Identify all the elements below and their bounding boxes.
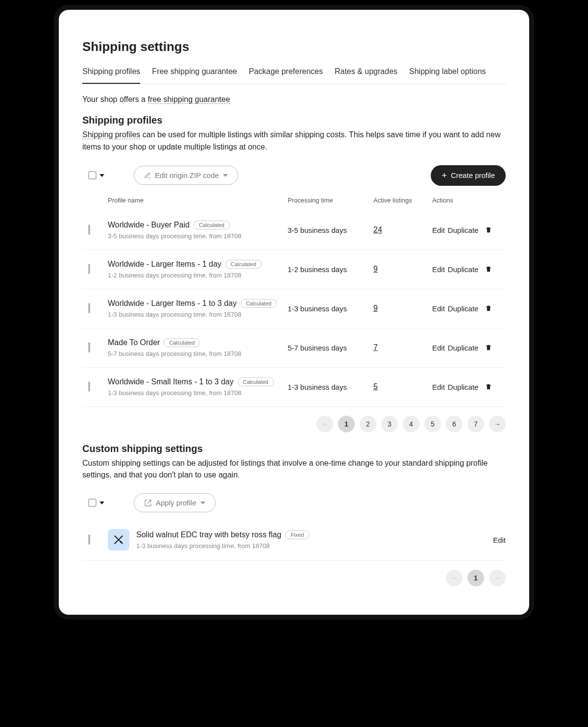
active-listings-link[interactable]: 5 xyxy=(373,382,378,391)
custom-select-all-checkbox[interactable] xyxy=(88,499,97,507)
svg-point-0 xyxy=(120,541,122,543)
duplicate-button[interactable]: Duplicate xyxy=(448,344,479,352)
pager-next[interactable]: → xyxy=(489,416,506,432)
trash-icon[interactable] xyxy=(485,344,492,351)
row-checkbox[interactable] xyxy=(88,342,90,352)
profile-subline: 1-2 business days processing time, from … xyxy=(108,272,288,279)
edit-button[interactable]: Edit xyxy=(432,304,445,313)
free-shipping-notice: Your shop offers a free shipping guarant… xyxy=(82,95,506,104)
duplicate-button[interactable]: Duplicate xyxy=(448,304,479,313)
custom-listing-name: Solid walnut EDC tray with betsy ross fl… xyxy=(136,530,281,539)
tab-shipping-profiles[interactable]: Shipping profiles xyxy=(82,63,140,84)
tab-package-preferences[interactable]: Package preferences xyxy=(249,63,323,84)
row-checkbox[interactable] xyxy=(88,225,90,235)
profile-subline: 5-7 business days processing time, from … xyxy=(108,350,288,357)
plus-icon: + xyxy=(441,171,447,180)
pager-page-1[interactable]: 1 xyxy=(467,570,484,586)
calculated-badge: Calculated xyxy=(225,260,262,269)
calculated-badge: Calculated xyxy=(164,338,200,347)
pager-page-6[interactable]: 6 xyxy=(446,416,463,432)
active-listings-link[interactable]: 9 xyxy=(373,265,378,273)
processing-time: 5-7 business days xyxy=(288,328,373,367)
profile-row: Made To OrderCalculated5-7 business days… xyxy=(82,328,506,367)
edit-zip-label: Edit origin ZIP code xyxy=(155,171,219,179)
profiles-desc-link[interactable]: Shipping profiles xyxy=(82,130,140,139)
edit-button[interactable]: Edit xyxy=(432,383,445,391)
row-checkbox[interactable] xyxy=(88,264,90,274)
profile-name: Worldwide - Buyer Paid xyxy=(108,221,190,229)
pager-page-3[interactable]: 3 xyxy=(381,416,398,432)
chevron-down-icon xyxy=(200,501,205,504)
pager-page-2[interactable]: 2 xyxy=(360,416,376,432)
duplicate-button[interactable]: Duplicate xyxy=(448,226,479,234)
pager-next: → xyxy=(489,570,506,586)
active-listings-link[interactable]: 7 xyxy=(373,343,378,351)
pager-prev: ← xyxy=(317,416,333,432)
col-active-listings: Active listings xyxy=(373,193,432,211)
custom-select-all-caret-icon[interactable] xyxy=(99,501,104,504)
custom-toolbar: Apply profile xyxy=(82,493,506,512)
select-all-checkbox[interactable] xyxy=(88,171,97,179)
apply-profile-label: Apply profile xyxy=(156,499,196,507)
profile-name: Made To Order xyxy=(108,338,160,347)
calculated-badge: Calculated xyxy=(241,299,277,308)
apply-profile-button[interactable]: Apply profile xyxy=(134,493,216,512)
profiles-toolbar: Edit origin ZIP code + Create profile xyxy=(82,165,506,186)
custom-table: Solid walnut EDC tray with betsy ross fl… xyxy=(82,519,506,561)
duplicate-button[interactable]: Duplicate xyxy=(448,265,479,274)
tab-rates-upgrades[interactable]: Rates & upgrades xyxy=(335,63,397,84)
custom-desc: Custom shipping settings can be adjusted… xyxy=(82,457,506,482)
profiles-heading: Shipping profiles xyxy=(82,115,506,126)
active-listings-link[interactable]: 24 xyxy=(373,226,382,234)
custom-row: Solid walnut EDC tray with betsy ross fl… xyxy=(82,519,506,561)
row-checkbox[interactable] xyxy=(88,381,90,392)
trash-icon[interactable] xyxy=(485,304,492,312)
notice-prefix: Your shop offers a xyxy=(82,95,147,103)
row-checkbox[interactable] xyxy=(88,534,90,545)
trash-icon[interactable] xyxy=(485,383,492,391)
edit-button[interactable]: Edit xyxy=(432,265,445,274)
profile-subline: 1-3 business days processing time, from … xyxy=(108,311,288,318)
tab-shipping-label-options[interactable]: Shipping label options xyxy=(409,63,486,84)
tab-free-shipping-guarantee[interactable]: Free shipping guarantee xyxy=(152,63,237,84)
trash-icon[interactable] xyxy=(485,265,492,273)
profile-row: Worldwide - Buyer PaidCalculated3-5 busi… xyxy=(82,211,506,250)
pager-page-7[interactable]: 7 xyxy=(467,416,484,432)
tabs: Shipping profilesFree shipping guarantee… xyxy=(82,63,506,84)
create-profile-label: Create profile xyxy=(451,171,495,179)
processing-time: 1-3 business days xyxy=(288,289,373,328)
profile-subline: 1-3 business days processing time, from … xyxy=(108,389,288,397)
free-shipping-link[interactable]: free shipping guarantee xyxy=(147,95,230,104)
profile-name: Worldwide - Larger Items - 1 to 3 day xyxy=(108,299,237,307)
chevron-down-icon xyxy=(223,174,228,177)
profile-row: Worldwide - Larger Items - 1 to 3 dayCal… xyxy=(82,289,506,328)
fixed-badge: Fixed xyxy=(285,530,309,539)
row-checkbox[interactable] xyxy=(88,303,90,313)
col-actions: Actions xyxy=(432,193,506,211)
active-listings-link[interactable]: 9 xyxy=(373,304,378,312)
profile-row: Worldwide - Small Items - 1 to 3 dayCalc… xyxy=(82,367,506,406)
pager-page-1[interactable]: 1 xyxy=(338,416,355,432)
select-all-caret-icon[interactable] xyxy=(99,174,104,177)
calculated-badge: Calculated xyxy=(194,221,230,229)
custom-heading: Custom shipping settings xyxy=(82,443,506,454)
trash-icon[interactable] xyxy=(485,226,492,234)
profile-name: Worldwide - Small Items - 1 to 3 day xyxy=(108,377,234,386)
calculated-badge: Calculated xyxy=(238,377,274,386)
page-title: Shipping settings xyxy=(82,39,506,54)
col-profile-name: Profile name xyxy=(108,193,288,211)
edit-zip-button[interactable]: Edit origin ZIP code xyxy=(134,166,238,185)
edit-button[interactable]: Edit xyxy=(432,344,445,352)
profile-subline: 3-5 business days processing time, from … xyxy=(108,232,288,240)
pager-page-4[interactable]: 4 xyxy=(403,416,419,432)
edit-button[interactable]: Edit xyxy=(493,536,506,544)
pager-prev: ← xyxy=(446,570,463,586)
custom-pager: ←1→ xyxy=(82,570,506,586)
edit-button[interactable]: Edit xyxy=(432,226,445,234)
profiles-pager: ←1234567→ xyxy=(82,416,506,432)
pager-page-5[interactable]: 5 xyxy=(424,416,441,432)
create-profile-button[interactable]: + Create profile xyxy=(431,165,506,186)
duplicate-button[interactable]: Duplicate xyxy=(448,383,479,391)
profile-row: Worldwide - Larger Items - 1 dayCalculat… xyxy=(82,250,506,289)
processing-time: 1-2 business days xyxy=(288,250,373,289)
